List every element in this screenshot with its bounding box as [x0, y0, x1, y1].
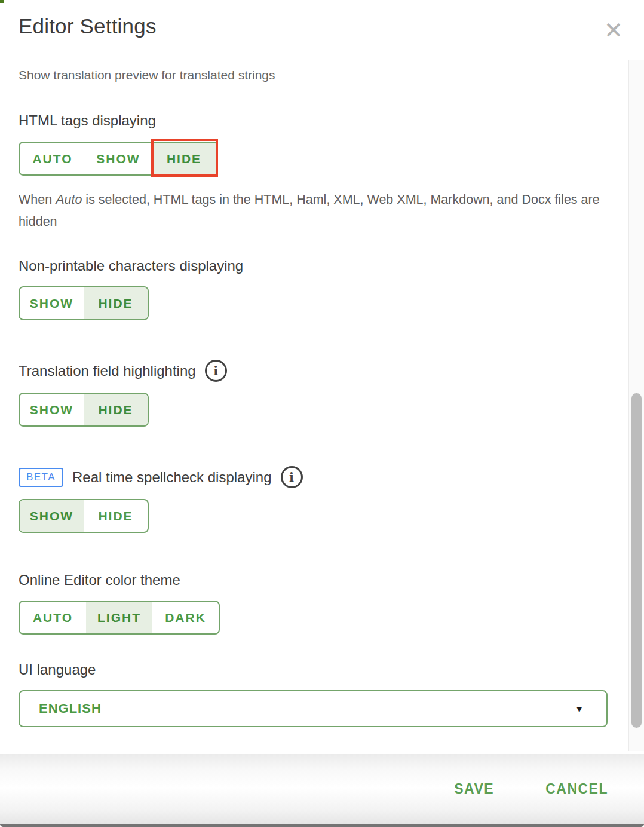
cancel-button[interactable]: CANCEL [545, 781, 608, 797]
dialog-title: Editor Settings [19, 14, 157, 38]
scrollbar-thumb[interactable] [631, 393, 642, 728]
field-highlighting-label: Translation field highlighting [19, 363, 196, 379]
field-highlighting-option-hide[interactable]: HIDE [84, 394, 148, 425]
html-tags-segmented-control: AUTO SHOW HIDE [19, 142, 218, 176]
field-highlighting-info-icon[interactable]: i [205, 360, 227, 382]
color-theme-label: Online Editor color theme [19, 572, 180, 589]
beta-badge: BETA [19, 468, 63, 487]
help-text-prefix: When [19, 192, 56, 207]
save-button[interactable]: SAVE [454, 781, 494, 797]
color-theme-option-auto[interactable]: AUTO [20, 602, 86, 633]
ui-language-dropdown[interactable]: ENGLISH ▼ [19, 690, 608, 727]
scrollbar-track[interactable] [628, 60, 644, 751]
dialog-footer: SAVE CANCEL [0, 754, 644, 824]
non-printable-segmented-control: SHOW HIDE [19, 286, 149, 320]
editor-settings-dialog: Editor Settings ✕ Show translation previ… [0, 0, 644, 827]
translation-preview-caption: Show translation preview for translated … [19, 68, 275, 82]
spellcheck-option-show[interactable]: SHOW [20, 500, 84, 532]
field-highlighting-segmented-control: SHOW HIDE [19, 393, 149, 427]
help-text-auto-italic: Auto [56, 192, 82, 207]
field-highlighting-option-show[interactable]: SHOW [20, 394, 84, 425]
close-icon[interactable]: ✕ [600, 17, 627, 44]
html-tags-option-hide[interactable]: HIDE [151, 143, 217, 174]
spellcheck-label: Real time spellcheck displaying [72, 469, 272, 486]
color-theme-option-light[interactable]: LIGHT [86, 602, 152, 633]
spellcheck-option-hide[interactable]: HIDE [84, 500, 148, 532]
color-theme-option-dark[interactable]: DARK [152, 602, 219, 633]
non-printable-option-show[interactable]: SHOW [20, 287, 84, 319]
dialog-bottom-edge [0, 824, 644, 827]
non-printable-option-hide[interactable]: HIDE [84, 287, 148, 319]
ui-language-label: UI language [19, 661, 96, 678]
html-tags-option-show[interactable]: SHOW [85, 143, 151, 174]
spellcheck-info-icon[interactable]: i [281, 466, 303, 488]
html-tags-label: HTML tags displaying [19, 112, 156, 129]
spellcheck-segmented-control: SHOW HIDE [19, 499, 149, 533]
screen-corner-artifact [0, 0, 4, 3]
html-tags-option-auto[interactable]: AUTO [20, 143, 85, 174]
ui-language-value: ENGLISH [39, 701, 102, 716]
spellcheck-label-row: BETA Real time spellcheck displaying i [19, 466, 303, 488]
color-theme-segmented-control: AUTO LIGHT DARK [19, 601, 220, 635]
chevron-down-icon: ▼ [575, 704, 584, 714]
field-highlighting-label-row: Translation field highlighting i [19, 360, 227, 382]
html-tags-help-text: When Auto is selected, HTML tags in the … [19, 189, 607, 233]
help-text-suffix: is selected, HTML tags in the HTML, Haml… [19, 192, 600, 229]
non-printable-label: Non-printable characters displaying [19, 258, 243, 274]
